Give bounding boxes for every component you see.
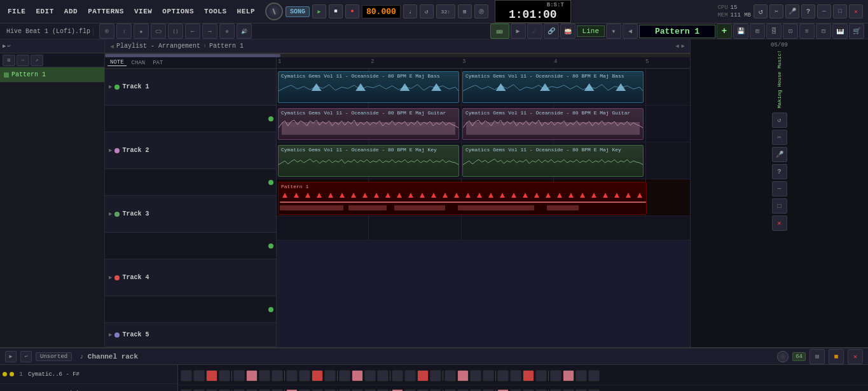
step-2-29[interactable] <box>550 389 561 392</box>
step-2-19[interactable] <box>417 389 429 392</box>
undo-icon-btn[interactable]: ↺ <box>754 4 768 18</box>
clip-track2-a[interactable]: Cymatics Gems Vol 11 - Oceanside - 80 BP… <box>278 108 459 140</box>
right-btn4[interactable]: ? <box>772 164 787 179</box>
right-btn7[interactable]: ✕ <box>772 216 787 231</box>
step-1-18[interactable] <box>404 370 416 381</box>
step-2-1[interactable] <box>181 389 192 392</box>
step-1-15[interactable] <box>364 370 376 381</box>
step-1-14[interactable] <box>352 370 363 381</box>
copy-icon-btn[interactable]: ⊞ <box>750 24 765 39</box>
step-2-21[interactable] <box>444 389 456 392</box>
arrow-right-btn[interactable]: ▶ <box>511 24 526 39</box>
piano-icon-btn[interactable]: 🎹 <box>832 24 848 39</box>
menu-help[interactable]: HELP <box>232 6 260 17</box>
step-2-28[interactable] <box>535 389 547 392</box>
step-1-6[interactable] <box>246 370 258 381</box>
clip-track3-a[interactable]: Cymatics Gems Vol 11 - Oceanside - 80 BP… <box>278 145 459 177</box>
step-2-26[interactable] <box>510 389 521 392</box>
line-arrow[interactable]: ▼ <box>606 24 621 39</box>
step-2-14[interactable] <box>352 389 363 392</box>
right-btn2[interactable]: ✂ <box>772 130 787 145</box>
cr-color-icon[interactable]: ▦ <box>829 349 844 364</box>
loop-btn[interactable]: ↺ <box>420 4 434 18</box>
track5-collapse[interactable]: ▶ <box>109 331 112 338</box>
metronome-small[interactable]: ⊙ <box>99 24 114 39</box>
step-1-4[interactable] <box>219 370 230 381</box>
mixer-icon-btn2[interactable]: ⊟ <box>816 24 831 39</box>
arrow-left-btn2[interactable]: ◀ <box>623 24 638 39</box>
step-1-25[interactable] <box>497 370 509 381</box>
step-2-16[interactable] <box>377 389 389 392</box>
right-btn3[interactable]: 🎤 <box>772 147 787 162</box>
right-btn1[interactable]: ↺ <box>772 113 787 128</box>
line-dropdown[interactable]: Line <box>577 25 605 37</box>
scroll-left-btn[interactable]: ◀ <box>675 43 679 50</box>
track1-collapse[interactable]: ▶ <box>109 83 112 90</box>
step-1-21[interactable] <box>444 370 456 381</box>
glue-btn[interactable]: ☄ <box>527 24 542 39</box>
step-1-29[interactable] <box>550 370 561 381</box>
step-1-17[interactable] <box>392 370 403 381</box>
clip-track1-a[interactable]: Cymatics Gems Vol 11 - Oceanside - 80 BP… <box>278 71 459 103</box>
step-1-13[interactable] <box>339 370 350 381</box>
cursor-sm-btn[interactable]: ↗ <box>31 55 43 66</box>
step-2-9[interactable] <box>286 389 298 392</box>
menu-tools[interactable]: TOOLS <box>199 6 232 17</box>
pattern-item-1[interactable]: Pattern 1 <box>0 67 104 83</box>
step-1-30[interactable] <box>563 370 574 381</box>
record-btn[interactable]: ● <box>345 4 359 18</box>
cr-play-btn[interactable]: ▶ <box>5 351 17 362</box>
snap-btn[interactable]: 32: <box>436 4 455 18</box>
step-2-22[interactable] <box>457 389 469 392</box>
step-1-7[interactable] <box>259 370 270 381</box>
step-1-31[interactable] <box>575 370 587 381</box>
tb2-btn3[interactable]: ⊂⊃ <box>151 24 166 39</box>
menu-options[interactable]: OPTIONS <box>157 6 199 17</box>
step-2-6[interactable] <box>246 389 258 392</box>
step-2-15[interactable] <box>364 389 376 392</box>
bpm-display[interactable]: 80.000 <box>362 5 401 18</box>
pattern-add-btn[interactable]: + <box>717 24 732 39</box>
right-btn6[interactable]: □ <box>772 198 787 214</box>
step-2-27[interactable] <box>523 389 534 392</box>
clip-track3-b[interactable]: Cymatics Gems Vol 11 - Oceanside - 80 BP… <box>462 145 644 177</box>
step-1-10[interactable] <box>299 370 310 381</box>
step-2-10[interactable] <box>299 389 310 392</box>
clip-track4-pattern[interactable]: Pattern 1 <box>278 182 647 215</box>
step-1-9[interactable] <box>286 370 298 381</box>
arrow-sm-btn[interactable]: ↔ <box>17 55 29 66</box>
cr-sort-btn[interactable]: Unsorted <box>36 352 72 361</box>
sidebar-play-btn[interactable]: ▶ <box>3 43 6 50</box>
browser-icon-btn[interactable]: 🗄 <box>766 24 782 39</box>
cr-bars-icon[interactable]: ▤ <box>809 349 825 364</box>
tab-chan[interactable]: CHAN <box>129 60 148 66</box>
drum-btn[interactable]: 🥁 <box>560 24 575 39</box>
step-2-12[interactable] <box>324 389 336 392</box>
step-1-24[interactable] <box>483 370 494 381</box>
stop-btn[interactable]: ■ <box>329 4 343 18</box>
step-1-19[interactable] <box>417 370 429 381</box>
cart-icon-btn[interactable]: 🛒 <box>849 24 864 39</box>
step-1-3[interactable] <box>206 370 217 381</box>
scroll-right-btn[interactable]: ▶ <box>682 43 685 50</box>
play-btn[interactable]: ▶ <box>312 4 326 18</box>
step-2-4[interactable] <box>219 389 230 392</box>
sidebar-undo-btn[interactable]: ↩ <box>7 43 10 50</box>
step-2-32[interactable] <box>588 389 600 392</box>
step-2-13[interactable] <box>339 389 350 392</box>
step-2-2[interactable] <box>193 389 205 392</box>
step-1-16[interactable] <box>377 370 389 381</box>
step-2-5[interactable] <box>233 389 245 392</box>
tb2-btn8[interactable]: 🔊 <box>237 24 252 39</box>
tb2-btn4[interactable]: ⟨⟩ <box>168 24 183 39</box>
tab-pat[interactable]: PAT <box>150 60 165 66</box>
cr-close-btn[interactable]: ✕ <box>848 349 863 364</box>
mic-icon-btn[interactable]: 🎤 <box>785 4 799 18</box>
tb2-btn1[interactable]: ↕ <box>116 24 132 39</box>
tb2-btn2[interactable]: ◈ <box>134 24 149 39</box>
track4-collapse[interactable]: ▶ <box>109 274 112 281</box>
step-2-8[interactable] <box>272 389 283 392</box>
tb2-btn6[interactable]: ⟶ <box>202 24 217 39</box>
step-1-27[interactable] <box>523 370 534 381</box>
tab-note[interactable]: NOTE <box>107 59 127 66</box>
